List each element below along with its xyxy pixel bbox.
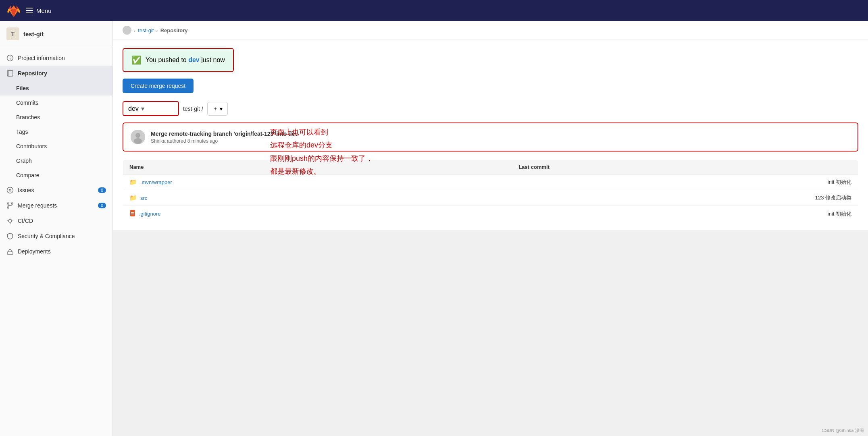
- top-navigation: Menu: [0, 0, 868, 21]
- hamburger-icon: [26, 8, 33, 13]
- merge-icon: [6, 202, 14, 209]
- last-commit-cell: 123 修改启动类: [512, 190, 858, 206]
- sidebar-item-graph[interactable]: Graph: [0, 154, 112, 168]
- file-link[interactable]: src: [140, 195, 147, 201]
- merge-request-section: Create merge request: [123, 79, 858, 93]
- file-link[interactable]: .gitignore: [139, 211, 160, 217]
- push-notification-text: You pushed to dev just now: [146, 56, 225, 64]
- svg-rect-15: [130, 210, 135, 216]
- svg-rect-17: [131, 214, 134, 214]
- issues-icon: [6, 187, 14, 194]
- page-content: ✅ You pushed to dev just now Create merg…: [113, 40, 868, 230]
- branch-selector-value: dev: [128, 105, 139, 112]
- sidebar-item-label: Branches: [16, 114, 40, 120]
- folder-icon: 📁: [129, 194, 137, 201]
- sidebar-item-label: Files: [16, 85, 29, 91]
- user-avatar-image: [131, 130, 145, 144]
- table-row[interactable]: .gitignoreinit 初始化: [123, 206, 858, 222]
- svg-point-6: [9, 189, 11, 191]
- deployments-icon: [6, 248, 14, 255]
- svg-point-2: [10, 56, 10, 57]
- sidebar-item-contributors[interactable]: Contributors: [0, 139, 112, 154]
- commit-time: 8 minutes ago: [187, 138, 218, 144]
- svg-point-9: [7, 207, 9, 208]
- commit-card: Merge remote-tracking branch 'origin/fea…: [123, 122, 858, 152]
- breadcrumb-user: [123, 26, 131, 35]
- col-name: Name: [123, 160, 512, 174]
- file-name-cell: 📁.mvn/wrapper: [129, 179, 506, 186]
- col-last-commit: Last commit: [512, 160, 858, 174]
- avatar: [131, 130, 145, 144]
- last-commit-cell: init 初始化: [512, 174, 858, 190]
- breadcrumb-current: Repository: [160, 27, 188, 33]
- check-circle-icon: ✅: [131, 55, 142, 65]
- project-avatar: T: [6, 27, 19, 40]
- file-name-cell: .gitignore: [129, 210, 506, 218]
- file-table-header: Name Last commit: [123, 160, 858, 174]
- sidebar-item-project-info[interactable]: Project information: [0, 50, 112, 66]
- svg-rect-16: [131, 212, 134, 213]
- sidebar-item-merge-requests[interactable]: Merge requests 0: [0, 198, 112, 213]
- gitlab-logo-icon: [6, 3, 21, 18]
- file-table: Name Last commit 📁.mvn/wrapperinit 初始化📁s…: [123, 160, 858, 222]
- sidebar-item-label: Commits: [16, 100, 38, 106]
- commit-author: Shinka: [151, 138, 166, 144]
- sidebar-item-files[interactable]: Files: [0, 81, 112, 96]
- branch-row: dev ▾ test-git / ＋ ▾: [123, 101, 858, 116]
- svg-point-14: [134, 138, 142, 144]
- chevron-down-icon: ▾: [220, 106, 223, 112]
- sidebar-item-cicd[interactable]: CI/CD: [0, 213, 112, 228]
- info-icon: [6, 54, 14, 62]
- svg-rect-3: [7, 71, 13, 76]
- svg-point-7: [7, 203, 9, 204]
- sidebar-item-label: Graph: [16, 158, 32, 164]
- sidebar-item-label: Project information: [18, 55, 65, 61]
- main-content: › test-git › Repository ✅ You pushed to …: [113, 21, 868, 230]
- last-commit-cell: init 初始化: [512, 206, 858, 222]
- sidebar-item-label: CI/CD: [18, 218, 33, 224]
- sidebar: T test-git Project information Repositor…: [0, 21, 113, 436]
- add-file-button[interactable]: ＋ ▾: [207, 102, 228, 116]
- main-wrapper: › test-git › Repository ✅ You pushed to …: [113, 21, 868, 436]
- svg-point-10: [8, 219, 12, 222]
- sidebar-item-commits[interactable]: Commits: [0, 96, 112, 110]
- table-row[interactable]: 📁.mvn/wrapperinit 初始化: [123, 174, 858, 190]
- create-merge-request-button[interactable]: Create merge request: [123, 79, 194, 93]
- sidebar-item-branches[interactable]: Branches: [0, 110, 112, 125]
- commit-meta: Shinka authored 8 minutes ago: [151, 138, 298, 144]
- sidebar-item-label: Security & Compliance: [18, 233, 75, 239]
- push-branch-link[interactable]: dev: [188, 56, 200, 63]
- sidebar-item-label: Tags: [16, 129, 28, 135]
- project-name: test-git: [23, 31, 44, 37]
- sidebar-item-compare[interactable]: Compare: [0, 168, 112, 183]
- sidebar-section: Project information Repository Files Com…: [0, 47, 112, 262]
- repository-icon: [6, 70, 14, 77]
- sidebar-item-issues[interactable]: Issues 0: [0, 183, 112, 198]
- security-icon: [6, 233, 14, 240]
- watermark: CSDN @Shinka-深深: [822, 428, 864, 434]
- sidebar-item-label: Contributors: [16, 143, 47, 149]
- sidebar-item-label: Repository: [18, 70, 47, 77]
- page-layout: T test-git Project information Repositor…: [0, 21, 868, 436]
- file-link[interactable]: .mvn/wrapper: [140, 179, 172, 185]
- sidebar-item-security[interactable]: Security & Compliance: [0, 228, 112, 244]
- commit-info: Merge remote-tracking branch 'origin/fea…: [151, 131, 298, 144]
- push-text-after: just now: [200, 56, 225, 63]
- svg-point-13: [135, 133, 140, 138]
- branch-selector[interactable]: dev ▾: [123, 101, 179, 116]
- table-row[interactable]: 📁src123 修改启动类: [123, 190, 858, 206]
- file-icon: [129, 210, 136, 218]
- path-separator: test-git /: [183, 106, 203, 112]
- breadcrumb-project[interactable]: test-git: [138, 27, 154, 33]
- file-name-cell: 📁src: [129, 194, 506, 201]
- file-table-body: 📁.mvn/wrapperinit 初始化📁src123 修改启动类.gitig…: [123, 174, 858, 222]
- chevron-down-icon: ▾: [141, 105, 144, 112]
- sidebar-item-repository[interactable]: Repository: [0, 66, 112, 81]
- breadcrumb-sep2: ›: [156, 27, 158, 33]
- issues-badge: 0: [98, 187, 106, 193]
- push-notification: ✅ You pushed to dev just now: [123, 48, 234, 72]
- commit-time-label: authored: [167, 138, 187, 144]
- menu-button[interactable]: Menu: [26, 7, 52, 14]
- sidebar-item-tags[interactable]: Tags: [0, 125, 112, 139]
- sidebar-item-deployments[interactable]: Deployments: [0, 244, 112, 259]
